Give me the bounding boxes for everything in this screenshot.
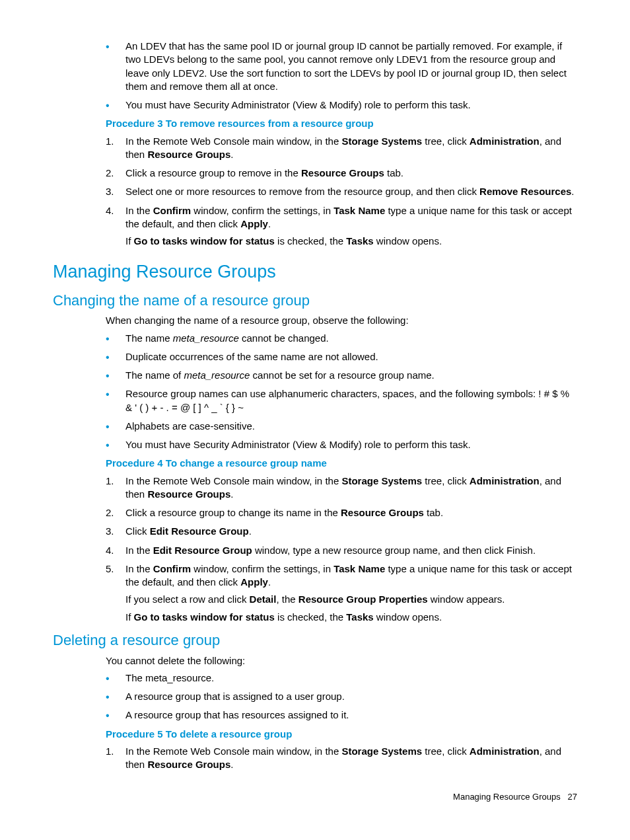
intro-text: You cannot delete the following: [53, 654, 577, 668]
list-item: A resource group that has resources assi… [106, 708, 577, 722]
footer-text: Managing Resource Groups [453, 792, 561, 802]
changing-name-bullets: The name meta_resource cannot be changed… [53, 332, 577, 452]
step-item: In the Confirm window, confirm the setti… [106, 204, 577, 248]
step-item: In the Remote Web Console main window, i… [106, 135, 577, 162]
procedure-5-title: Procedure 5 To delete a resource group [53, 728, 577, 741]
list-item: An LDEV that has the same pool ID or jou… [106, 40, 577, 93]
procedure-4-steps: In the Remote Web Console main window, i… [53, 475, 577, 624]
heading-managing-resource-groups: Managing Resource Groups [53, 260, 577, 284]
intro-text: When changing the name of a resource gro… [53, 314, 577, 327]
procedure-4-title: Procedure 4 To change a resource group n… [53, 457, 577, 470]
list-item: You must have Security Administrator (Vi… [106, 98, 577, 112]
heading-deleting: Deleting a resource group [53, 630, 577, 650]
list-item: A resource group that is assigned to a u… [106, 690, 577, 703]
list-item: The name meta_resource cannot be changed… [106, 332, 577, 345]
list-item: You must have Security Administrator (Vi… [106, 438, 577, 451]
page-footer: Managing Resource Groups 27 [53, 791, 577, 803]
procedure-5-steps: In the Remote Web Console main window, i… [53, 745, 577, 772]
step-item: Click Edit Resource Group. [106, 525, 577, 538]
step-item: In the Edit Resource Group window, type … [106, 544, 577, 557]
step-item: Click a resource group to remove in the … [106, 167, 577, 180]
procedure-3-steps: In the Remote Web Console main window, i… [53, 135, 577, 248]
step-item: In the Remote Web Console main window, i… [106, 745, 577, 772]
step-item: Select one or more resources to remove f… [106, 185, 577, 198]
top-bullet-list: An LDEV that has the same pool ID or jou… [53, 40, 577, 112]
step-item: In the Remote Web Console main window, i… [106, 475, 577, 502]
heading-changing-name: Changing the name of a resource group [53, 291, 577, 311]
footer-page: 27 [568, 792, 577, 802]
step-item: Click a resource group to change its nam… [106, 506, 577, 519]
list-item: The meta_resource. [106, 671, 577, 685]
procedure-3-title: Procedure 3 To remove resources from a r… [53, 117, 577, 130]
list-item: The name of meta_resource cannot be set … [106, 369, 577, 382]
list-item: Duplicate occurrences of the same name a… [106, 350, 577, 363]
list-item: Resource group names can use alphanumeri… [106, 387, 577, 414]
step-item: In the Confirm window, confirm the setti… [106, 562, 577, 624]
deleting-bullets: The meta_resource. A resource group that… [53, 671, 577, 722]
list-item: Alphabets are case-sensitive. [106, 420, 577, 433]
